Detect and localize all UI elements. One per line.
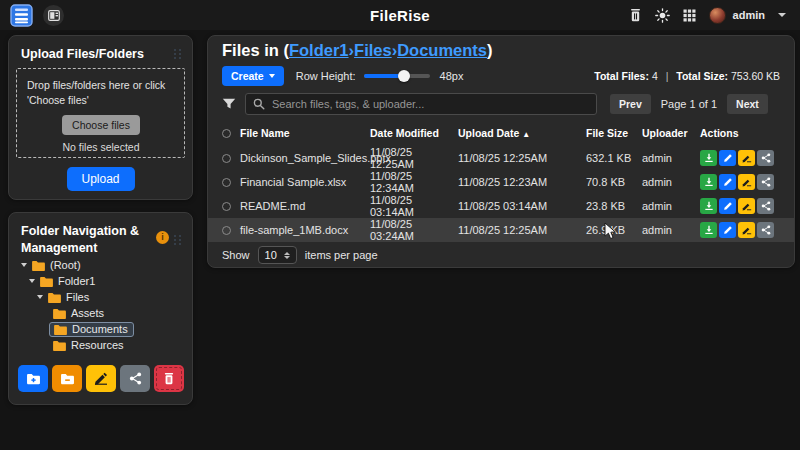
rename-folder-icon [94, 372, 108, 385]
caret-down-icon[interactable] [37, 295, 43, 299]
folder-tree: (Root) Folder1 Files Assets Documents Re… [9, 257, 192, 353]
cell-uploader: admin [642, 152, 700, 164]
choose-files-button[interactable]: Choose files [62, 115, 140, 135]
breadcrumb-files[interactable]: Files [354, 41, 392, 59]
sort-asc-icon: ▲ [522, 130, 530, 139]
row-checkbox[interactable] [222, 226, 231, 235]
folder-icon [31, 260, 46, 271]
cell-file-size: 26.9 KB [586, 224, 642, 236]
toggle-view-button[interactable] [43, 5, 64, 26]
share-button[interactable] [757, 222, 774, 238]
rename-button[interactable] [738, 174, 755, 190]
rename-button[interactable] [738, 222, 755, 238]
tree-item-files[interactable]: Files [9, 289, 192, 305]
cell-file-name[interactable]: file-sample_1MB.docx [240, 224, 370, 236]
cell-file-name[interactable]: README.md [240, 200, 370, 212]
title-prefix: Files in ( [222, 41, 289, 59]
row-height-value: 48px [440, 70, 464, 82]
edit-button[interactable] [719, 174, 736, 190]
create-folder-button[interactable] [18, 365, 48, 392]
tree-item-assets[interactable]: Assets [9, 305, 192, 321]
cell-file-name[interactable]: Dickinson_Sample_Slides.pptx [240, 152, 370, 164]
info-icon[interactable]: i [156, 231, 169, 244]
download-button[interactable] [700, 198, 717, 214]
edit-button[interactable] [719, 150, 736, 166]
download-button[interactable] [700, 174, 717, 190]
folder-icon [39, 276, 54, 287]
upload-button[interactable]: Upload [66, 167, 134, 191]
filter-icon[interactable] [222, 98, 236, 110]
items-per-page-label: items per page [305, 249, 378, 261]
theme-sun-icon[interactable] [655, 8, 670, 23]
page-size-value: 10 [265, 249, 277, 261]
search-input[interactable] [272, 98, 589, 110]
avatar[interactable] [709, 7, 726, 24]
caret-down-icon[interactable] [778, 13, 786, 17]
rename-folder-button[interactable] [86, 365, 116, 392]
share-folder-button[interactable] [120, 365, 150, 392]
rename-button[interactable] [738, 150, 755, 166]
edit-button[interactable] [719, 222, 736, 238]
row-checkbox[interactable] [222, 178, 231, 187]
rename-icon [742, 153, 752, 163]
rename-button[interactable] [738, 198, 755, 214]
share-button[interactable] [757, 150, 774, 166]
share-button[interactable] [757, 174, 774, 190]
page-size-select[interactable]: 10 [258, 246, 297, 264]
slider-thumb[interactable] [398, 70, 410, 82]
table-body: Dickinson_Sample_Slides.pptx 11/08/25 12… [208, 146, 794, 242]
show-label: Show [222, 249, 250, 261]
move-folder-button[interactable] [52, 365, 82, 392]
caret-down-icon[interactable] [29, 279, 35, 283]
dropzone-text-line1: Drop files/folders here or click [27, 78, 175, 93]
prev-page-button[interactable]: Prev [610, 94, 651, 114]
row-checkbox[interactable] [222, 202, 231, 211]
delete-folder-button[interactable] [154, 365, 184, 392]
edit-button[interactable] [719, 198, 736, 214]
table-row[interactable]: README.md 11/08/25 03:14AM 11/08/25 03:1… [208, 194, 794, 218]
cell-upload-date: 11/08/25 12:25AM [458, 152, 586, 164]
edit-icon [723, 225, 733, 235]
folder-icon [52, 340, 67, 351]
folder-icon [53, 324, 68, 335]
total-files-value: 4 [652, 70, 658, 82]
cell-file-size: 70.8 KB [586, 176, 642, 188]
trash-icon [163, 372, 175, 385]
file-dropzone[interactable]: Drop files/folders here or click 'Choose… [16, 68, 185, 158]
cell-file-name[interactable]: Financial Sample.xlsx [240, 176, 370, 188]
download-button[interactable] [700, 222, 717, 238]
table-row[interactable]: Dickinson_Sample_Slides.pptx 11/08/25 12… [208, 146, 794, 170]
tree-item-root[interactable]: (Root) [9, 257, 192, 273]
header-date-modified[interactable]: Date Modified [370, 127, 458, 139]
header-file-size[interactable]: File Size [586, 127, 642, 139]
share-button[interactable] [757, 198, 774, 214]
create-button[interactable]: Create [222, 66, 284, 86]
selected-tree-item[interactable]: Documents [49, 322, 134, 337]
tree-item-folder1[interactable]: Folder1 [9, 273, 192, 289]
user-menu-label[interactable]: admin [733, 9, 765, 21]
header-file-name[interactable]: File Name [240, 127, 370, 139]
row-height-label: Row Height: [296, 70, 356, 82]
table-row[interactable]: Financial Sample.xlsx 11/08/25 12:34AM 1… [208, 170, 794, 194]
search-icon [253, 98, 265, 110]
drag-handle-icon[interactable] [174, 235, 182, 245]
cell-uploader: admin [642, 224, 700, 236]
trash-icon[interactable] [629, 8, 642, 22]
select-all-checkbox[interactable] [222, 129, 231, 138]
next-page-button[interactable]: Next [727, 94, 768, 114]
download-button[interactable] [700, 150, 717, 166]
total-size-value: 753.60 KB [731, 70, 780, 82]
apps-grid-icon[interactable] [683, 9, 696, 22]
breadcrumb-folder1[interactable]: Folder1 [289, 41, 349, 59]
table-row[interactable]: file-sample_1MB.docx 11/08/25 03:24AM 11… [208, 218, 794, 242]
header-uploader[interactable]: Uploader [642, 127, 700, 139]
header-upload-date[interactable]: Upload Date▲ [458, 127, 586, 139]
breadcrumb-documents[interactable]: Documents [397, 41, 487, 59]
caret-down-icon[interactable] [21, 263, 27, 267]
tree-item-resources[interactable]: Resources [9, 337, 192, 353]
row-checkbox[interactable] [222, 154, 231, 163]
folder-navigation-panel: Folder Navigation & Management i (Root) … [8, 212, 193, 405]
drag-handle-icon[interactable] [174, 49, 182, 59]
row-height-slider[interactable] [364, 74, 430, 78]
tree-item-documents[interactable]: Documents [9, 321, 192, 337]
